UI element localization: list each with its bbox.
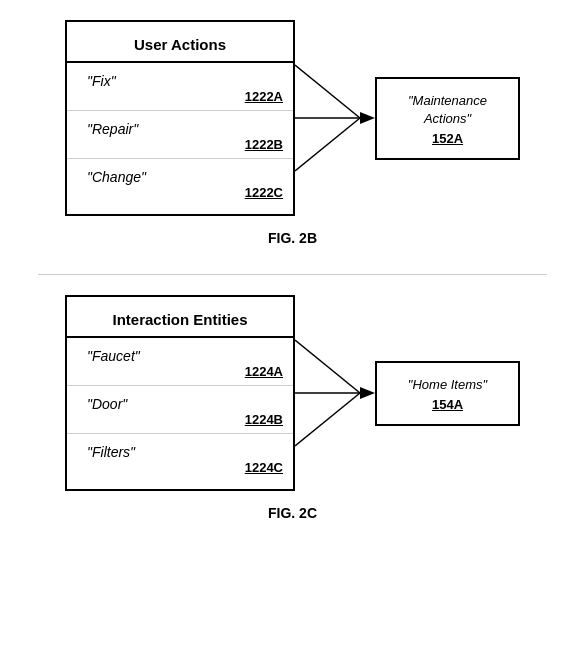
fig2c-caption: FIG. 2C	[268, 505, 317, 521]
row-repair-text: "Repair"	[87, 121, 138, 137]
svg-line-0	[295, 65, 360, 118]
row-change-text: "Change"	[87, 169, 146, 185]
row-faucet-label: 1224A	[245, 364, 283, 379]
svg-line-6	[295, 393, 360, 446]
diagram-fig2b: User Actions "Fix" 1222A "Repair" 1222B …	[10, 20, 575, 246]
row-fix: "Fix" 1222A	[67, 63, 293, 111]
row-faucet-text: "Faucet"	[87, 348, 140, 364]
arrow-fig2c	[295, 313, 375, 473]
row-fix-label: 1222A	[245, 89, 283, 104]
user-actions-box: User Actions "Fix" 1222A "Repair" 1222B …	[65, 20, 295, 216]
row-repair: "Repair" 1222B	[67, 111, 293, 159]
svg-line-2	[295, 118, 360, 171]
home-items-label: 154A	[391, 397, 504, 412]
interaction-entities-title: Interaction Entities	[67, 305, 293, 338]
home-items-text: "Home Items"	[408, 377, 487, 392]
maintenance-actions-text: "Maintenance Actions"	[408, 93, 487, 126]
arrow-fig2b	[295, 38, 375, 198]
row-repair-label: 1222B	[245, 137, 283, 152]
row-filters-text: "Filters"	[87, 444, 135, 460]
row-change-label: 1222C	[245, 185, 283, 200]
row-filters-label: 1224C	[245, 460, 283, 475]
row-change: "Change" 1222C	[67, 159, 293, 206]
maintenance-actions-box: "Maintenance Actions" 152A	[375, 77, 520, 160]
svg-marker-7	[360, 387, 375, 399]
svg-line-4	[295, 340, 360, 393]
row-filters: "Filters" 1224C	[67, 434, 293, 481]
home-items-box: "Home Items" 154A	[375, 361, 520, 426]
row-door-text: "Door"	[87, 396, 127, 412]
diagram-fig2c: Interaction Entities "Faucet" 1224A "Doo…	[10, 295, 575, 521]
row-door-label: 1224B	[245, 412, 283, 427]
fig2b-caption: FIG. 2B	[268, 230, 317, 246]
row-door: "Door" 1224B	[67, 386, 293, 434]
interaction-entities-box: Interaction Entities "Faucet" 1224A "Doo…	[65, 295, 295, 491]
row-fix-text: "Fix"	[87, 73, 116, 89]
section-divider	[38, 274, 547, 275]
maintenance-actions-label: 152A	[391, 131, 504, 146]
row-faucet: "Faucet" 1224A	[67, 338, 293, 386]
user-actions-title: User Actions	[67, 30, 293, 63]
svg-marker-3	[360, 112, 375, 124]
